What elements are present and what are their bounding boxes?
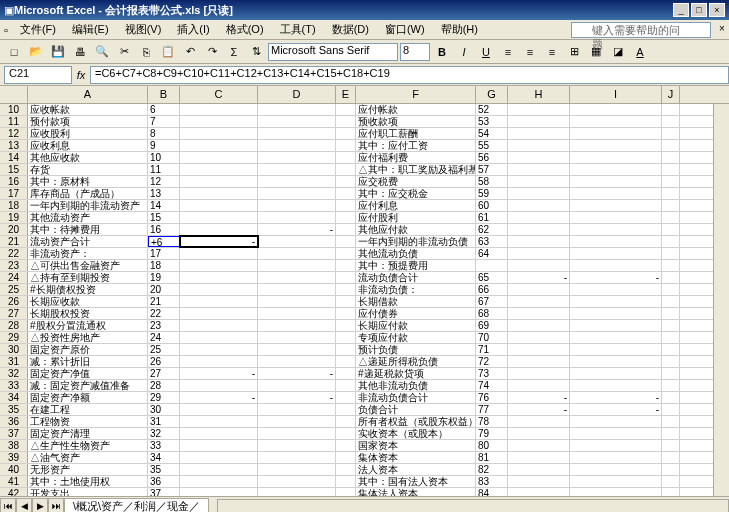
row-header[interactable]: 16	[0, 176, 28, 187]
cell-E27[interactable]	[336, 308, 356, 319]
formula-input[interactable]: =C6+C7+C8+C9+C10+C11+C12+C13+C14+C15+C18…	[90, 66, 729, 84]
cell-H41[interactable]	[508, 476, 570, 487]
cell-I19[interactable]	[570, 212, 662, 223]
cell-G20[interactable]: 62	[476, 224, 508, 235]
cell-J31[interactable]	[662, 356, 680, 367]
cell-D22[interactable]	[258, 248, 336, 259]
sheet-tab-active[interactable]: \概况\资产／利润／现金／	[64, 498, 209, 513]
font-size-select[interactable]: 8	[400, 43, 430, 61]
cell-F36[interactable]: 所有者权益（或股东权益）：	[356, 416, 476, 427]
open-icon[interactable]: 📂	[26, 42, 46, 62]
cell-B34[interactable]: 29	[148, 392, 180, 403]
cell-A41[interactable]: 其中：土地使用权	[28, 476, 148, 487]
cell-I35[interactable]: -	[570, 404, 662, 415]
cell-H39[interactable]	[508, 452, 570, 463]
cell-C12[interactable]	[180, 128, 258, 139]
cell-B38[interactable]: 33	[148, 440, 180, 451]
cell-B31[interactable]: 26	[148, 356, 180, 367]
cell-J41[interactable]	[662, 476, 680, 487]
cell-B26[interactable]: 21	[148, 296, 180, 307]
cell-E19[interactable]	[336, 212, 356, 223]
cell-H27[interactable]	[508, 308, 570, 319]
cell-C37[interactable]	[180, 428, 258, 439]
cell-B13[interactable]: 9	[148, 140, 180, 151]
cell-J29[interactable]	[662, 332, 680, 343]
cell-A15[interactable]: 存货	[28, 164, 148, 175]
cell-E25[interactable]	[336, 284, 356, 295]
cell-G32[interactable]: 73	[476, 368, 508, 379]
cell-J28[interactable]	[662, 320, 680, 331]
col-header-I[interactable]: I	[570, 86, 662, 103]
cell-I31[interactable]	[570, 356, 662, 367]
cell-A14[interactable]: 其他应收款	[28, 152, 148, 163]
cell-D29[interactable]	[258, 332, 336, 343]
cell-A11[interactable]: 预付款项	[28, 116, 148, 127]
cell-G41[interactable]: 83	[476, 476, 508, 487]
row-header[interactable]: 38	[0, 440, 28, 451]
cell-G36[interactable]: 78	[476, 416, 508, 427]
cell-G27[interactable]: 68	[476, 308, 508, 319]
cell-A32[interactable]: 固定资产净值	[28, 368, 148, 379]
cell-B33[interactable]: 28	[148, 380, 180, 391]
cell-F12[interactable]: 应付职工薪酬	[356, 128, 476, 139]
cell-I34[interactable]: -	[570, 392, 662, 403]
cell-H24[interactable]: -	[508, 272, 570, 283]
cell-E16[interactable]	[336, 176, 356, 187]
cell-J25[interactable]	[662, 284, 680, 295]
cell-H28[interactable]	[508, 320, 570, 331]
cell-C13[interactable]	[180, 140, 258, 151]
cell-J23[interactable]	[662, 260, 680, 271]
fx-icon[interactable]: fx	[72, 69, 90, 81]
cell-B18[interactable]: 14	[148, 200, 180, 211]
cell-D35[interactable]	[258, 404, 336, 415]
cell-F16[interactable]: 应交税费	[356, 176, 476, 187]
cell-J35[interactable]	[662, 404, 680, 415]
cell-H40[interactable]	[508, 464, 570, 475]
row-header[interactable]: 30	[0, 344, 28, 355]
cell-D13[interactable]	[258, 140, 336, 151]
cell-A38[interactable]: △生产性生物资产	[28, 440, 148, 451]
cell-D10[interactable]	[258, 104, 336, 115]
cell-A16[interactable]: 其中：原材料	[28, 176, 148, 187]
cell-I15[interactable]	[570, 164, 662, 175]
cell-E28[interactable]	[336, 320, 356, 331]
select-all-corner[interactable]	[0, 86, 28, 103]
cell-B42[interactable]: 37	[148, 488, 180, 496]
cut-icon[interactable]: ✂	[114, 42, 134, 62]
cell-C18[interactable]	[180, 200, 258, 211]
cell-B14[interactable]: 10	[148, 152, 180, 163]
cell-F30[interactable]: 预计负债	[356, 344, 476, 355]
align-left-icon[interactable]: ≡	[498, 42, 518, 62]
row-header[interactable]: 27	[0, 308, 28, 319]
col-header-A[interactable]: A	[28, 86, 148, 103]
align-right-icon[interactable]: ≡	[542, 42, 562, 62]
cell-E17[interactable]	[336, 188, 356, 199]
cell-C21[interactable]: -	[180, 236, 258, 247]
cell-G22[interactable]: 64	[476, 248, 508, 259]
cell-H37[interactable]	[508, 428, 570, 439]
cell-C41[interactable]	[180, 476, 258, 487]
align-center-icon[interactable]: ≡	[520, 42, 540, 62]
col-header-B[interactable]: B	[148, 86, 180, 103]
cell-J37[interactable]	[662, 428, 680, 439]
cell-B39[interactable]: 34	[148, 452, 180, 463]
cell-E39[interactable]	[336, 452, 356, 463]
cell-E40[interactable]	[336, 464, 356, 475]
cell-A39[interactable]: △油气资产	[28, 452, 148, 463]
sheet-nav-next[interactable]: ▶	[32, 498, 48, 513]
row-header[interactable]: 31	[0, 356, 28, 367]
cell-D18[interactable]	[258, 200, 336, 211]
cell-E23[interactable]	[336, 260, 356, 271]
row-header[interactable]: 15	[0, 164, 28, 175]
cell-J16[interactable]	[662, 176, 680, 187]
cell-F33[interactable]: 其他非流动负债	[356, 380, 476, 391]
cell-J24[interactable]	[662, 272, 680, 283]
col-header-F[interactable]: F	[356, 86, 476, 103]
cell-I13[interactable]	[570, 140, 662, 151]
cell-F31[interactable]: △递延所得税负债	[356, 356, 476, 367]
cell-A33[interactable]: 减：固定资产减值准备	[28, 380, 148, 391]
cell-C28[interactable]	[180, 320, 258, 331]
cell-I29[interactable]	[570, 332, 662, 343]
cell-H12[interactable]	[508, 128, 570, 139]
cell-G18[interactable]: 60	[476, 200, 508, 211]
